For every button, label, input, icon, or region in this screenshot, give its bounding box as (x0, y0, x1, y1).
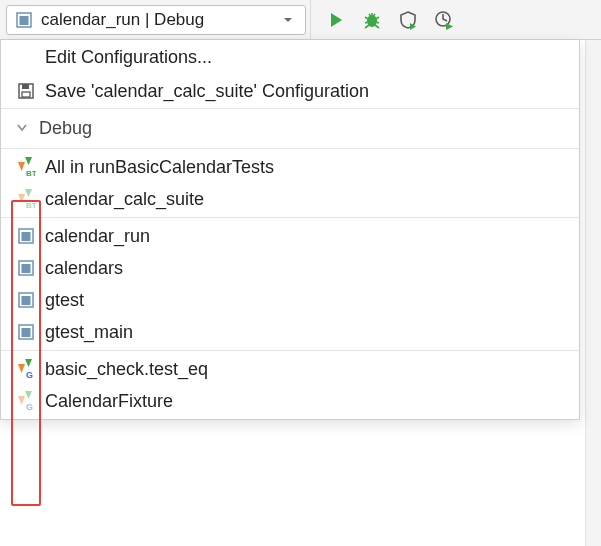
google-test-icon: G (15, 358, 37, 380)
blank-icon (15, 46, 37, 68)
config-group-boost-test: BT All in runBasicCalendarTests BT calen… (1, 148, 579, 217)
config-label: calendar_run (45, 226, 150, 247)
config-item[interactable]: BT All in runBasicCalendarTests (1, 151, 579, 183)
google-test-icon: G (15, 390, 37, 412)
run-config-selector[interactable]: calendar_run | Debug (6, 5, 306, 35)
config-item[interactable]: calendars (1, 252, 579, 284)
config-item[interactable]: calendar_run (1, 220, 579, 252)
boost-test-icon: BT (15, 188, 37, 210)
coverage-icon[interactable] (397, 9, 419, 31)
toolbar-actions (310, 0, 455, 39)
config-label: CalendarFixture (45, 391, 173, 412)
app-icon (13, 9, 35, 31)
edit-configurations-item[interactable]: Edit Configurations... (1, 40, 579, 74)
app-icon (15, 225, 37, 247)
section-label: Debug (39, 118, 92, 139)
debug-section-header[interactable]: Debug (1, 108, 579, 148)
svg-rect-6 (22, 92, 30, 97)
config-label: basic_check.test_eq (45, 359, 208, 380)
config-item[interactable]: G CalendarFixture (1, 385, 579, 417)
svg-text:BT: BT (26, 169, 36, 177)
menu-label: Edit Configurations... (45, 47, 212, 68)
svg-rect-1 (20, 16, 29, 25)
config-item[interactable]: BT calendar_calc_suite (1, 183, 579, 215)
save-configuration-item[interactable]: Save 'calendar_calc_suite' Configuration (1, 74, 579, 108)
expand-chevron-icon (15, 118, 29, 139)
background-fill (585, 40, 601, 546)
svg-rect-14 (22, 296, 31, 305)
config-group-application: calendar_run calendars gtest gtest_main (1, 217, 579, 350)
menu-label: Save 'calendar_calc_suite' Configuration (45, 81, 369, 102)
config-label: gtest (45, 290, 84, 311)
config-label: calendars (45, 258, 123, 279)
svg-rect-12 (22, 264, 31, 273)
config-group-google-test: G basic_check.test_eq G CalendarFixture (1, 350, 579, 419)
debug-icon[interactable] (361, 9, 383, 31)
svg-text:G: G (26, 402, 33, 411)
save-icon (15, 80, 37, 102)
chevron-down-icon (277, 9, 299, 31)
config-label: All in runBasicCalendarTests (45, 157, 274, 178)
config-label: gtest_main (45, 322, 133, 343)
app-icon (15, 321, 37, 343)
run-config-dropdown: Edit Configurations... Save 'calendar_ca… (0, 40, 580, 420)
config-item[interactable]: gtest_main (1, 316, 579, 348)
toolbar: calendar_run | Debug (0, 0, 601, 40)
config-item[interactable]: gtest (1, 284, 579, 316)
svg-text:BT: BT (26, 201, 36, 209)
svg-text:G: G (26, 370, 33, 379)
app-icon (15, 289, 37, 311)
svg-rect-16 (22, 328, 31, 337)
config-item[interactable]: G basic_check.test_eq (1, 353, 579, 385)
profile-icon[interactable] (433, 9, 455, 31)
config-label: calendar_calc_suite (45, 189, 204, 210)
run-icon[interactable] (325, 9, 347, 31)
boost-test-icon: BT (15, 156, 37, 178)
app-icon (15, 257, 37, 279)
run-config-label: calendar_run | Debug (41, 10, 271, 30)
svg-rect-10 (22, 232, 31, 241)
svg-rect-5 (22, 84, 29, 89)
